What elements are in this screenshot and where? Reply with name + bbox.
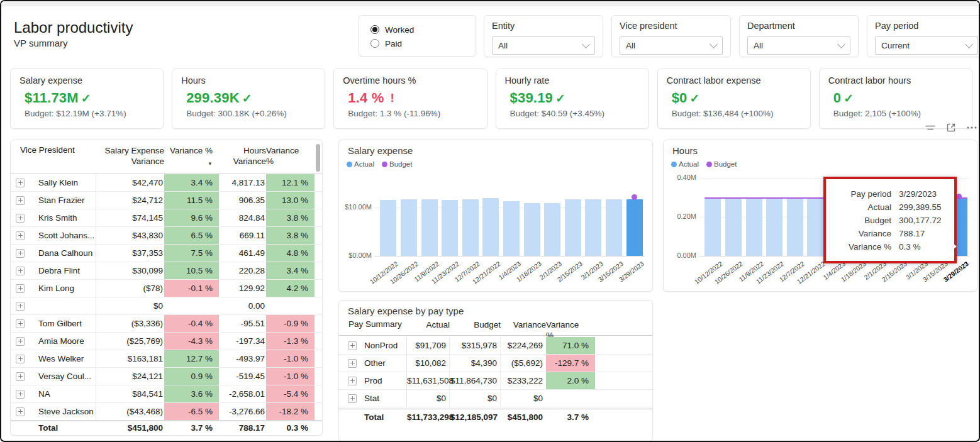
chevron-down-icon xyxy=(965,40,973,48)
expand-row-icon[interactable] xyxy=(348,377,357,385)
actual-bar[interactable] xyxy=(421,199,438,256)
filter-pay-period-select[interactable]: Current xyxy=(875,36,978,55)
radio-paid-label: Paid xyxy=(385,39,402,48)
actual-bar[interactable] xyxy=(524,203,540,256)
col-header-variance-pct-salary[interactable]: Variance % ▼ xyxy=(164,145,219,174)
expand-row-icon[interactable] xyxy=(16,390,25,399)
col-header-hours-variance[interactable]: Hours Variance xyxy=(219,145,266,174)
pay-summary-cell: Stat xyxy=(359,390,407,407)
vp-name-cell: Scott Johans... xyxy=(33,227,96,244)
vp-expand-cell xyxy=(16,333,33,350)
col-header-vice-president[interactable]: Vice President xyxy=(16,145,96,174)
hours-variance-cell: 0.00 xyxy=(219,297,266,314)
pay-total-budget-cell: $12,185,097 xyxy=(450,409,501,426)
expand-row-icon[interactable] xyxy=(16,319,25,328)
salary-variance-cell: ($43,468) xyxy=(96,403,164,420)
actual-bar[interactable] xyxy=(725,199,742,256)
filter-icon[interactable] xyxy=(925,123,936,132)
expand-row-icon[interactable] xyxy=(16,214,25,223)
salary-variance-cell: $37,353 xyxy=(96,245,164,262)
expand-row-icon[interactable] xyxy=(16,196,25,205)
legend-label: Actual xyxy=(354,160,374,168)
expand-row-icon[interactable] xyxy=(16,372,25,381)
actual-bar[interactable] xyxy=(544,203,560,256)
pay-variance-cell: ($5,692) xyxy=(501,355,546,372)
filter-department-select[interactable]: All xyxy=(747,36,850,55)
salary-variance-cell: $30,099 xyxy=(96,262,164,279)
salary-variance-pct-cell: -0.4 % xyxy=(164,315,219,332)
actual-bar[interactable] xyxy=(482,198,499,256)
filter-entity-select[interactable]: All xyxy=(492,36,595,55)
expand-row-icon[interactable] xyxy=(16,179,25,187)
legend-item[interactable]: Budget xyxy=(706,160,737,168)
col-header-salary-expense-variance[interactable]: Salary Expense Variance xyxy=(96,145,164,174)
salary-variance-cell: ($78) xyxy=(96,280,164,297)
kpi-title: Overtime hours % xyxy=(343,75,477,86)
pay-total-variance-cell: $451,800 xyxy=(501,409,546,426)
actual-bar[interactable] xyxy=(380,200,396,256)
actual-bar[interactable] xyxy=(787,199,803,256)
tooltip-value: 300,177.72 xyxy=(899,214,947,227)
vp-expand-cell xyxy=(16,350,33,367)
next-arrow-icon[interactable] xyxy=(950,241,957,252)
vp-name-cell: Sally Klein xyxy=(33,174,96,191)
vertical-scrollbar-thumb[interactable] xyxy=(316,144,320,172)
actual-bar[interactable] xyxy=(746,199,762,256)
actual-bar[interactable] xyxy=(704,199,721,256)
filter-vp-select[interactable]: All xyxy=(620,36,723,55)
hours-chart-legend: ActualBudget xyxy=(671,160,737,168)
vp-table-row: Steve Jackson($43,468)-6.5 %-3,276.66-18… xyxy=(11,403,322,421)
open-external-icon[interactable] xyxy=(946,123,956,133)
hours-variance-cell: -95.51 xyxy=(219,315,266,332)
actual-bar[interactable] xyxy=(807,199,823,256)
more-options-icon[interactable] xyxy=(966,126,977,130)
vp-total-sev-cell: $451,800 xyxy=(96,421,164,435)
expand-row-icon[interactable] xyxy=(16,302,25,311)
expand-row-icon[interactable] xyxy=(16,355,25,363)
actual-bar[interactable] xyxy=(401,199,417,256)
expand-row-icon[interactable] xyxy=(348,359,357,368)
hours-variance-pct-cell: 4.8 % xyxy=(266,245,315,262)
vp-table-row: Debra Flint$30,09910.5 %220.283.4 % xyxy=(11,262,322,280)
pay-table-title: Salary expense by pay type xyxy=(348,306,464,316)
actual-bar[interactable] xyxy=(626,199,643,256)
kpi-card: Hourly rate$39.19✓Budget: $40.59 (+3.45%… xyxy=(496,69,649,129)
hours-variance-cell: -3,276.66 xyxy=(219,403,266,420)
legend-item[interactable]: Actual xyxy=(347,160,374,168)
expand-row-icon[interactable] xyxy=(16,284,25,293)
sort-desc-icon[interactable]: ▼ xyxy=(208,158,213,169)
actual-bar[interactable] xyxy=(442,200,458,256)
actual-bar[interactable] xyxy=(462,199,479,256)
salary-variance-cell: $84,541 xyxy=(96,385,164,402)
expand-row-icon[interactable] xyxy=(16,407,25,416)
actual-bar[interactable] xyxy=(503,201,520,256)
legend-item[interactable]: Actual xyxy=(671,160,699,168)
legend-item[interactable]: Budget xyxy=(382,160,412,168)
filter-pay-period-value: Current xyxy=(881,41,910,50)
gridline xyxy=(374,256,645,257)
expand-row-icon[interactable] xyxy=(348,394,357,403)
actual-bar[interactable] xyxy=(606,199,622,256)
hours-variance-pct-cell: -1.0 % xyxy=(266,350,315,367)
pay-type-table-panel: Salary expense by pay type Pay Summary A… xyxy=(338,300,653,441)
actual-bar[interactable] xyxy=(585,199,601,256)
kpi-title: Hours xyxy=(181,75,316,86)
hours-variance-cell: 906.35 xyxy=(219,192,266,209)
expand-row-icon[interactable] xyxy=(16,231,25,240)
actual-bar[interactable] xyxy=(766,199,782,256)
hours-chart-title: Hours xyxy=(672,145,698,156)
radio-worked[interactable]: Worked xyxy=(370,23,464,36)
expand-row-icon[interactable] xyxy=(16,337,25,346)
salary-variance-cell: $24,712 xyxy=(96,192,164,209)
hours-variance-pct-cell: -1.0 % xyxy=(266,368,315,385)
actual-bar[interactable] xyxy=(565,199,581,256)
col-header-variance-pct-hours[interactable]: Variance % xyxy=(266,145,315,174)
expand-row-icon[interactable] xyxy=(348,341,357,350)
filter-vp-value: All xyxy=(626,41,635,50)
salary-variance-pct-cell: 3.4 % xyxy=(164,174,219,191)
chevron-down-icon xyxy=(837,40,845,48)
radio-paid[interactable]: Paid xyxy=(370,36,464,50)
expand-row-icon[interactable] xyxy=(16,249,25,258)
kpi-title: Hourly rate xyxy=(505,75,640,86)
expand-row-icon[interactable] xyxy=(16,267,25,275)
